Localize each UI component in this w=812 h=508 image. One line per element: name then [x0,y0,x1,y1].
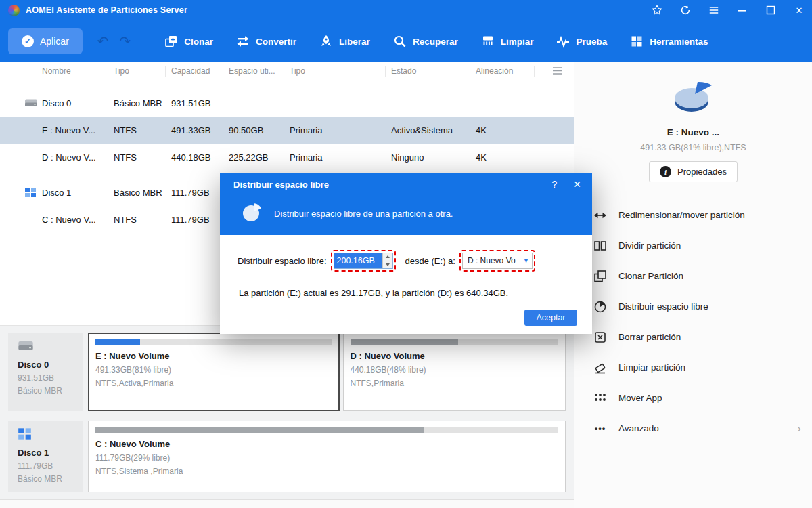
close-icon[interactable]: ✕ [793,4,805,16]
dialog-title: Distribuir espacio libre [233,179,329,190]
properties-button[interactable]: i Propiedades [649,161,738,182]
toolbar-separator [143,32,143,51]
brush-icon [481,35,495,48]
dropdown-arrow-icon: ▼ [520,257,532,264]
spinner-up-button[interactable] [383,253,392,261]
info-icon: i [660,166,671,177]
redo-icon[interactable]: ↷ [120,35,131,48]
selected-partition-name: E : Nuevo ... [574,127,812,137]
clone-icon [164,35,178,48]
toolbar: ✓ Aplicar ↶ ↷ Clonar Convertir Liberar [0,20,812,62]
partition-pie-chart [672,79,715,119]
window-title: AOMEI Asistente de Particiones Server [26,5,187,15]
resize-move-icon [593,209,607,222]
column-header-fs[interactable]: Tipo [108,66,166,77]
size-input-value: 200.16GB [334,253,382,268]
disk1-info[interactable]: Disco 1 111.79GB Básico MBR [8,421,83,492]
disk-map: Disco 0 931.51GB Básico MBR E : Nuevo Vo… [0,325,574,508]
size-input-annotation: 200.16GB [331,250,396,272]
app-window: AOMEI Asistente de Particiones Server ✕ … [0,0,812,508]
move-app-icon [593,391,607,405]
wipe-partition-icon [593,361,607,375]
sidebar-item-allocate-free-space[interactable]: Distribuir espacio libre [574,291,812,322]
sidebar-item-wipe[interactable]: Limpiar partición [574,352,812,383]
favorite-star-icon[interactable] [651,4,663,16]
column-settings-icon[interactable] [535,66,574,77]
partition-block-e[interactable]: E : Nuevo Volume 491.33GB(81% libre) NTF… [88,333,340,411]
clone-button[interactable]: Clonar [153,28,225,55]
chevron-right-icon: › [797,422,801,436]
recover-button[interactable]: Recuperar [382,28,470,55]
accept-button[interactable]: Aceptar [524,310,577,326]
partition-block-d[interactable]: D : Nuevo Volume 440.18GB(48% libre) NTF… [343,333,566,411]
spinner-down-button[interactable] [383,261,392,269]
wipe-button[interactable]: Limpiar [470,28,545,55]
size-spinner [382,253,392,268]
sidebar-item-advanced[interactable]: ••• Avanzado › [574,413,812,444]
column-header-alignment[interactable]: Alineación [470,66,535,77]
horizontal-scrollbar[interactable] [0,499,574,508]
sidebar-item-delete[interactable]: Borrar partición [574,322,812,352]
selected-partition-details: 491.33 GB(81% libre),NTFS [574,143,812,152]
magnifier-icon [393,35,407,48]
partition-block-c[interactable]: C : Nuevo Volume 111.79GB(29% libre) NTF… [88,421,566,492]
dialog-close-icon[interactable]: ✕ [573,179,581,189]
undo-icon[interactable]: ↶ [97,35,109,48]
sidebar-item-split[interactable]: Dividir partición [574,230,812,261]
menu-icon[interactable] [708,4,720,16]
disk0-block: Disco 0 931.51GB Básico MBR E : Nuevo Vo… [8,333,566,411]
table-row-partition-e[interactable]: E : Nuevo V... NTFS 491.33GB 90.50GB Pri… [0,117,574,144]
clone-partition-icon [593,270,607,283]
pulse-icon [556,35,570,48]
dynamic-disk-icon [18,431,32,442]
usage-bar [95,339,332,345]
tools-button[interactable]: Herramientas [618,28,719,55]
convert-button[interactable]: Convertir [225,28,308,55]
from-to-label: desde (E:) a: [405,256,455,266]
column-header-used[interactable]: Espacio uti... [223,66,284,77]
dialog-banner: Distribuir espacio libre de una partició… [220,196,592,235]
allocate-size-label: Distribuir espacio libre: [238,256,327,266]
test-button[interactable]: Prueba [545,28,618,55]
column-header-name[interactable]: Nombre [0,66,108,77]
disk-drive-icon [18,343,34,354]
column-header-type[interactable]: Tipo [284,66,386,77]
sidebar-menu: Redimensionar/mover partición Dividir pa… [574,200,812,444]
disk-drive-icon [24,98,38,108]
allocate-space-icon [593,300,607,314]
table-header: Nombre Tipo Capacidad Espacio uti... Tip… [0,62,574,81]
free-up-button[interactable]: Liberar [308,28,382,55]
titlebar: AOMEI Asistente de Particiones Server ✕ [0,0,812,20]
target-select-annotation: D : Nuevo Vo ▼ [459,250,535,272]
ellipsis-icon: ••• [593,422,607,436]
dialog-header: Distribuir espacio libre ? ✕ [220,173,592,196]
app-logo-icon [8,5,20,16]
disk0-info[interactable]: Disco 0 931.51GB Básico MBR [8,333,83,411]
size-input[interactable]: 200.16GB [334,253,393,269]
column-header-status[interactable]: Estado [386,66,470,77]
sidebar: E : Nuevo ... 491.33 GB(81% libre),NTFS … [574,62,812,508]
sidebar-item-resize-move[interactable]: Redimensionar/mover partición [574,200,812,230]
delete-partition-icon [593,331,607,344]
dialog-subtitle: Distribuir espacio libre de una partició… [274,209,453,219]
table-row-disk0[interactable]: Disco 0 Básico MBR 931.51GB [0,89,574,117]
dialog-summary: La partición (E:) actual es 291.17GB, y … [238,288,577,298]
dialog-body: Distribuir espacio libre: 200.16GB desde… [220,235,592,326]
apply-label: Aplicar [40,36,69,47]
pie-slice-icon [242,203,262,225]
usage-bar [95,427,558,433]
rocket-icon [319,35,333,48]
sidebar-item-clone[interactable]: Clonar Partición [574,261,812,291]
dialog-help-icon[interactable]: ? [551,179,557,189]
usage-bar [351,339,558,345]
grid-icon [630,35,644,48]
apply-button[interactable]: ✓ Aplicar [8,28,83,54]
column-header-capacity[interactable]: Capacidad [166,66,223,77]
target-partition-select[interactable]: D : Nuevo Vo ▼ [462,253,533,269]
refresh-icon[interactable] [679,4,692,16]
minimize-icon[interactable] [736,4,748,16]
maximize-icon[interactable] [765,4,777,16]
table-row-partition-d[interactable]: D : Nuevo V... NTFS 440.18GB 225.22GB Pr… [0,144,574,171]
sidebar-item-move-app[interactable]: Mover App [574,383,812,413]
allocate-free-space-dialog: Distribuir espacio libre ? ✕ Distribuir … [220,173,592,334]
